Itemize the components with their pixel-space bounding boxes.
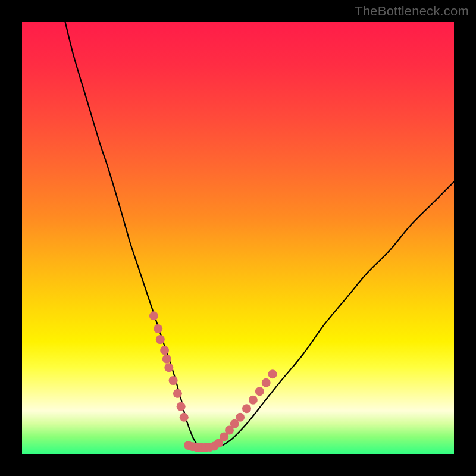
plot-area bbox=[22, 22, 454, 454]
chart-container: TheBottleneck.com bbox=[0, 0, 476, 476]
gradient-background bbox=[22, 22, 454, 454]
watermark-text: TheBottleneck.com bbox=[355, 4, 469, 19]
